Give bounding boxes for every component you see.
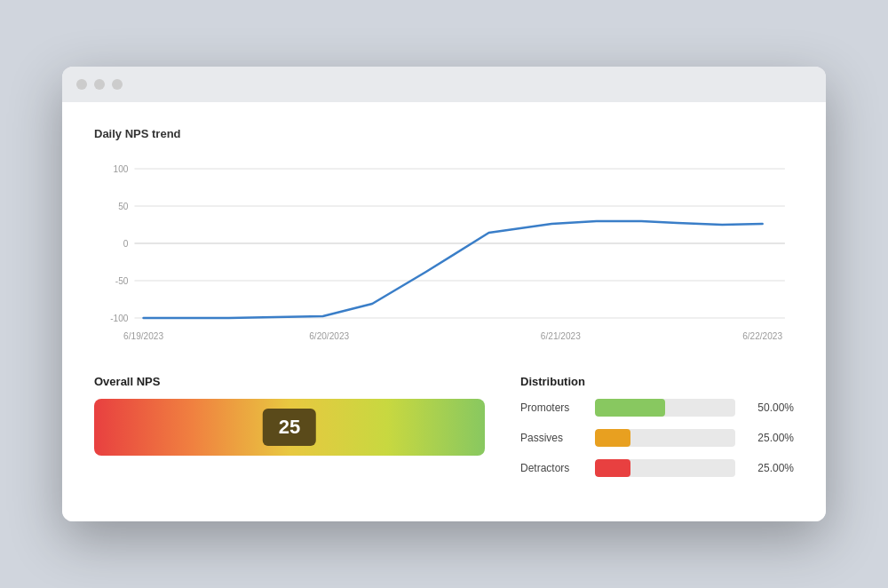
dist-label-passives: Passives bbox=[520, 432, 584, 444]
nps-score-badge: 25 bbox=[263, 409, 316, 446]
dist-row-promoters: Promoters 50.00% bbox=[520, 399, 794, 417]
chart-section: Daily NPS trend 100 50 0 -50 -100 bbox=[94, 127, 794, 346]
dist-bar-track-promoters bbox=[595, 399, 735, 417]
dist-bar-fill-promoters bbox=[595, 399, 665, 417]
nps-chart: 100 50 0 -50 -100 6/19/2023 6/20/2023 6/… bbox=[94, 151, 794, 346]
main-content: Daily NPS trend 100 50 0 -50 -100 bbox=[62, 102, 826, 521]
dist-row-detractors: Detractors 25.00% bbox=[520, 459, 794, 477]
svg-text:6/21/2023: 6/21/2023 bbox=[541, 331, 581, 341]
window-dot-1 bbox=[76, 79, 87, 90]
window-dot-3 bbox=[112, 79, 123, 90]
distribution-label: Distribution bbox=[520, 375, 794, 388]
dist-pct-detractors: 25.00% bbox=[746, 462, 794, 474]
dist-bar-fill-detractors bbox=[595, 459, 630, 477]
dist-label-promoters: Promoters bbox=[520, 401, 584, 414]
svg-text:6/20/2023: 6/20/2023 bbox=[309, 331, 349, 341]
svg-text:100: 100 bbox=[114, 164, 129, 174]
dist-bar-fill-passives bbox=[595, 429, 630, 447]
titlebar bbox=[62, 67, 826, 102]
dist-bar-track-detractors bbox=[595, 459, 735, 477]
window-dot-2 bbox=[94, 79, 105, 90]
nps-gradient-bar: 25 bbox=[94, 399, 485, 456]
svg-text:50: 50 bbox=[118, 202, 129, 211]
dist-row-passives: Passives 25.00% bbox=[520, 429, 794, 447]
distribution-section: Distribution Promoters 50.00% Passives 2… bbox=[520, 375, 794, 489]
svg-text:0: 0 bbox=[123, 239, 129, 249]
dist-bar-track-passives bbox=[595, 429, 735, 447]
svg-text:6/19/2023: 6/19/2023 bbox=[123, 331, 163, 341]
dist-pct-passives: 25.00% bbox=[746, 432, 794, 444]
dist-label-detractors: Detractors bbox=[520, 462, 584, 474]
app-window: Daily NPS trend 100 50 0 -50 -100 bbox=[62, 67, 826, 521]
chart-title: Daily NPS trend bbox=[94, 127, 794, 140]
svg-text:-50: -50 bbox=[115, 276, 129, 286]
overall-nps-section: Overall NPS 25 bbox=[94, 375, 485, 456]
chart-container: 100 50 0 -50 -100 6/19/2023 6/20/2023 6/… bbox=[94, 151, 794, 346]
dist-pct-promoters: 50.00% bbox=[746, 401, 794, 414]
svg-text:6/22/2023: 6/22/2023 bbox=[742, 331, 782, 341]
overall-nps-label: Overall NPS bbox=[94, 375, 485, 388]
bottom-section: Overall NPS 25 Distribution Promoters 50… bbox=[94, 375, 794, 489]
svg-text:-100: -100 bbox=[110, 314, 129, 323]
